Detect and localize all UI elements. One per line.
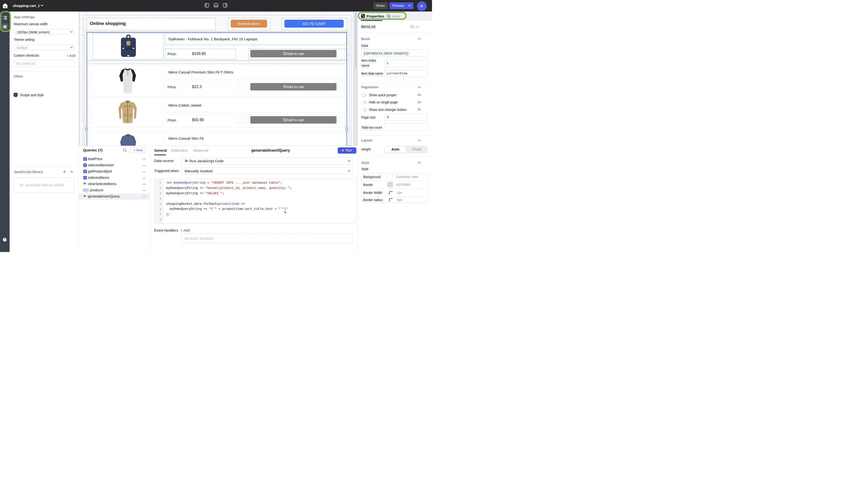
- svg-text:?: ?: [4, 238, 5, 241]
